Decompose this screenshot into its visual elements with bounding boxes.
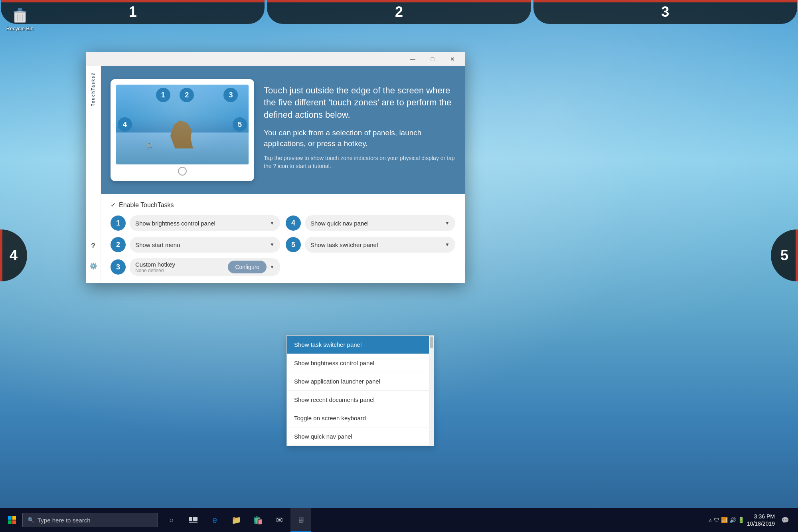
touch-zone-2[interactable]: 2 (267, 0, 531, 24)
hero-hint: Tap the preview to show touch zone indic… (264, 154, 455, 170)
tray-speaker[interactable]: 🔊 (729, 517, 736, 523)
zone-select-sublabel-3: None defined (135, 268, 225, 273)
zone-select-4[interactable]: Show quick nav panel ▼ (305, 215, 455, 231)
tablet-preview[interactable]: 🏃 1 2 3 4 5 (111, 79, 254, 181)
touch-zones-top: 1 2 3 (0, 0, 798, 24)
dropdown-item-3[interactable]: Show recent documents panel (287, 391, 434, 409)
hero-description: Touch just outside the edge of the scree… (264, 85, 455, 176)
tablet-zone-4: 4 (118, 117, 132, 132)
taskbar-touchtasks[interactable]: 🖥 (290, 508, 311, 532)
hero-section: 🏃 1 2 3 4 5 Touch just outside the edge … (101, 66, 465, 194)
enable-label: Enable TouchTasks (119, 202, 174, 209)
taskbar-search[interactable]: 🔍 Type here to search (22, 513, 158, 527)
enable-checkmark: ✓ (111, 201, 116, 209)
zone-dropdown-arrow-1: ▼ (270, 220, 275, 226)
svg-rect-7 (189, 517, 192, 521)
taskbar-mail[interactable]: ✉ (269, 508, 290, 532)
recycle-bin-label: Recycle Bin (6, 26, 34, 32)
zone-select-5[interactable]: Show task switcher panel ▼ (305, 237, 455, 253)
svg-rect-8 (193, 517, 198, 521)
tablet-screen: 🏃 1 2 3 4 5 (116, 85, 249, 164)
maximize-button[interactable]: □ (423, 53, 442, 65)
zone-dropdown-arrow-3: ▼ (270, 264, 275, 270)
touch-zone-1[interactable]: 1 (1, 0, 265, 24)
dropdown-item-0[interactable]: Show task switcher panel (287, 336, 434, 354)
zone-number-5: 5 (780, 247, 788, 264)
taskbar-edge[interactable]: e (204, 508, 225, 532)
system-tray: ∧ 🛡 📶 🔊 🔋 (709, 517, 745, 523)
app-body: TouchTasks™ ? ⚙️ 🏃 1 2 (86, 66, 465, 283)
sidebar-strip: TouchTasks™ ? ⚙️ (86, 66, 101, 283)
taskbar-explorer[interactable]: 📁 (226, 508, 247, 532)
rock-illustration (169, 121, 193, 148)
dropdown-item-1[interactable]: Show brightness control panel (287, 354, 434, 372)
taskbar: 🔍 Type here to search ○ e 📁 🛍️ ✉ 🖥 ∧ 🛡 📶… (0, 508, 798, 532)
zone-badge-1: 1 (111, 216, 126, 231)
clock[interactable]: 3:36 PM 10/18/2019 (747, 513, 775, 527)
minimize-button[interactable]: — (403, 53, 422, 65)
close-button[interactable]: ✕ (443, 53, 462, 65)
zone-number-1: 1 (129, 4, 137, 20)
runner-illustration: 🏃 (145, 142, 153, 150)
zone-row-1: 1 Show brightness control panel ▼ (111, 215, 280, 231)
dropdown-item-4[interactable]: Toggle on screen keyboard (287, 409, 434, 427)
zone-row-4: 4 Show quick nav panel ▼ (286, 215, 455, 231)
dropdown-item-2[interactable]: Show application launcher panel (287, 372, 434, 391)
zone-dropdown-arrow-4: ▼ (445, 220, 450, 226)
zone-row-3: 3 Custom hotkey None defined Configure ▼ (111, 258, 280, 276)
tray-defender[interactable]: 🛡 (714, 517, 719, 523)
taskbar-right: ∧ 🛡 📶 🔊 🔋 3:36 PM 10/18/2019 💬 (709, 508, 796, 532)
zone-number-3: 3 (661, 4, 669, 20)
search-placeholder: Type here to search (38, 517, 91, 524)
hero-subtitle: You can pick from a selection of panels,… (264, 128, 455, 149)
recycle-bin-image (10, 6, 30, 25)
tablet-zone-2: 2 (180, 88, 194, 102)
zone-select-label-3: Custom hotkey (135, 261, 225, 268)
zone-badge-3: 3 (111, 259, 126, 275)
taskbar-cortana[interactable]: ○ (161, 508, 182, 532)
svg-rect-9 (189, 522, 198, 523)
taskbar-icons: ○ e 📁 🛍️ ✉ 🖥 (161, 508, 311, 532)
tray-network[interactable]: 📶 (721, 517, 728, 523)
touch-zone-3[interactable]: 3 (533, 0, 797, 24)
zone-badge-4: 4 (286, 216, 301, 231)
scrollbar-thumb (430, 336, 433, 348)
tray-battery[interactable]: 🔋 (738, 517, 745, 523)
settings-button[interactable]: ⚙️ (87, 260, 99, 272)
search-icon: 🔍 (28, 517, 34, 523)
zone-select-label-5: Show task switcher panel (310, 241, 378, 248)
tray-arrow[interactable]: ∧ (709, 517, 712, 523)
recycle-bin-icon[interactable]: Recycle Bin (4, 4, 36, 33)
main-content: 🏃 1 2 3 4 5 Touch just outside the edge … (101, 66, 465, 283)
window-controls: — □ ✕ (403, 53, 462, 65)
zone-number-4: 4 (10, 247, 18, 264)
app-logo: TouchTasks™ (91, 70, 95, 106)
zone-select-3[interactable]: Custom hotkey None defined Configure ▼ (130, 258, 280, 276)
taskbar-task-view[interactable] (183, 508, 203, 532)
hero-title: Touch just outside the edge of the scree… (264, 85, 455, 121)
home-circle (178, 167, 187, 176)
start-button[interactable] (2, 508, 22, 532)
zone-row-5: 5 Show task switcher panel ▼ (286, 237, 455, 253)
app-window: — □ ✕ TouchTasks™ ? ⚙️ 🏃 (86, 52, 465, 283)
title-bar: — □ ✕ (86, 52, 465, 66)
dropdown-scrollbar[interactable] (429, 336, 434, 446)
zone-badge-5: 5 (286, 237, 301, 252)
notification-center[interactable]: 💬 (777, 508, 793, 532)
help-button[interactable]: ? (87, 240, 99, 252)
dropdown-item-5[interactable]: Show quick nav panel (287, 427, 434, 446)
controls-section: ✓ Enable TouchTasks 1 Show brightness co… (101, 194, 465, 283)
enable-row: ✓ Enable TouchTasks (111, 201, 455, 209)
zone-select-1[interactable]: Show brightness control panel ▼ (130, 215, 280, 231)
windows-logo (8, 516, 16, 524)
configure-button[interactable]: Configure (228, 261, 267, 273)
zone-5-dropdown: Show task switcher panel Show brightness… (286, 335, 434, 446)
clock-date: 10/18/2019 (747, 520, 775, 527)
zone-badge-2: 2 (111, 237, 126, 252)
tablet-zone-3: 3 (223, 88, 238, 102)
tablet-zone-5: 5 (233, 117, 247, 132)
tablet-home-area (116, 167, 249, 176)
zone-select-2[interactable]: Show start menu ▼ (130, 237, 280, 253)
taskbar-store[interactable]: 🛍️ (247, 508, 268, 532)
zone-dropdown-arrow-2: ▼ (270, 242, 275, 247)
